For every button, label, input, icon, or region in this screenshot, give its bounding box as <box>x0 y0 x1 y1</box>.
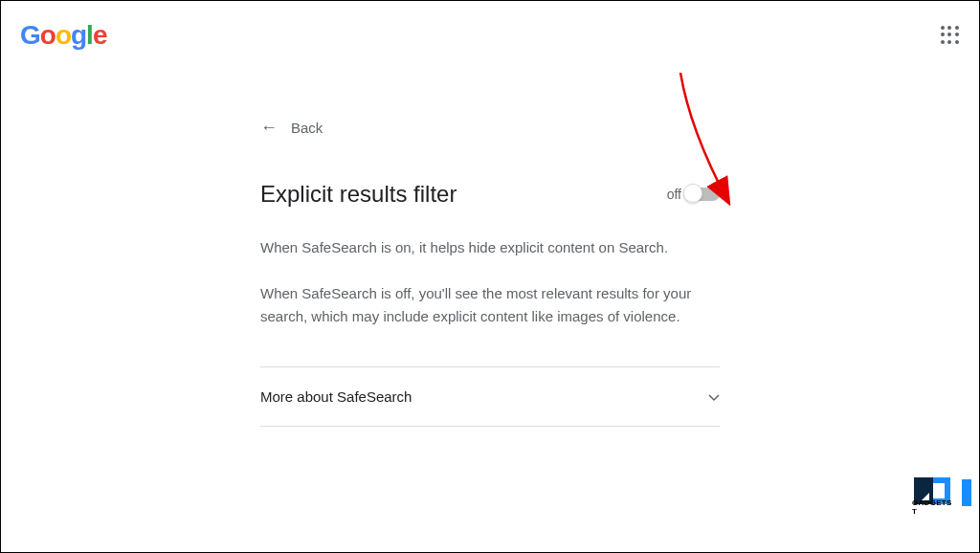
back-button[interactable]: ← Back <box>260 118 720 138</box>
more-about-safesearch[interactable]: More about SafeSearch <box>260 366 720 427</box>
toggle-knob <box>683 184 702 203</box>
description-safesearch-off: When SafeSearch is off, you'll see the m… <box>260 282 720 328</box>
watermark-logo: GADGETS T <box>912 472 954 514</box>
apps-grid-icon[interactable] <box>941 26 960 45</box>
watermark-bar <box>962 479 971 506</box>
arrow-left-icon: ← <box>260 118 278 138</box>
safesearch-toggle[interactable] <box>685 188 720 201</box>
page-title: Explicit results filter <box>260 181 457 208</box>
chevron-down-icon <box>708 389 720 405</box>
expandable-title: More about SafeSearch <box>260 388 412 405</box>
watermark-text: GADGETS T <box>912 498 954 516</box>
watermark: GADGETS T <box>912 472 971 514</box>
description-safesearch-on: When SafeSearch is on, it helps hide exp… <box>260 236 720 259</box>
back-label: Back <box>291 120 323 136</box>
toggle-state-label: off <box>667 187 681 202</box>
google-logo[interactable]: Google <box>20 20 106 51</box>
